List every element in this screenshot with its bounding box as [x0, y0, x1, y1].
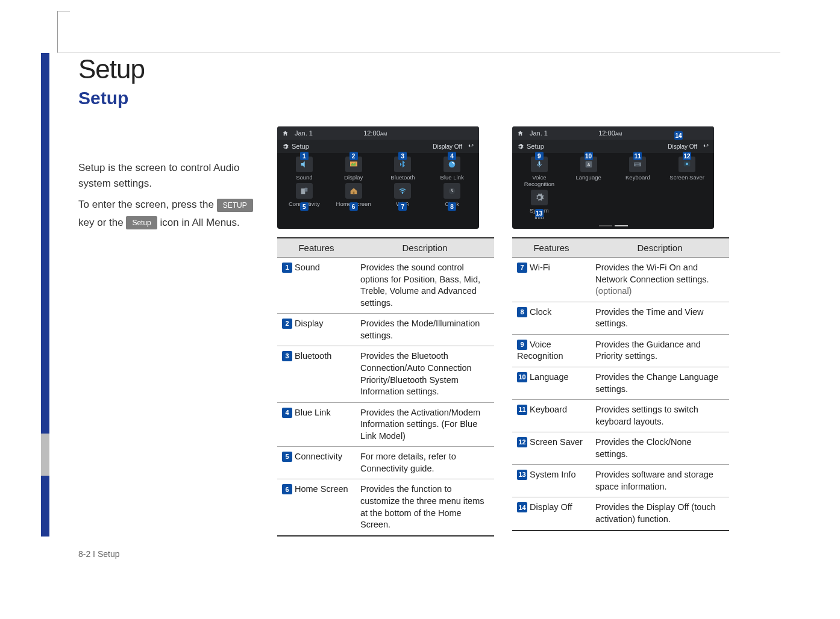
speaker-icon: 1: [296, 157, 313, 172]
feature-cell: 13System Info: [512, 465, 591, 497]
feature-name: Keyboard: [530, 405, 567, 414]
sysinfo-icon: 13: [531, 190, 548, 205]
titlebar-label: Setup: [527, 143, 544, 150]
tile-label: Language: [575, 174, 601, 181]
tile-label: Screen Saver: [669, 174, 704, 181]
status-time: 12:00AM: [319, 129, 432, 137]
tile-label: Display: [344, 174, 363, 181]
setup-tile-screensaver: 12Screen Saver: [662, 157, 712, 187]
col-intro: Setup is the screen to control Audio sys…: [78, 126, 259, 537]
homescreen-icon: 6: [345, 183, 362, 199]
tile-label: Keyboard: [625, 174, 650, 181]
side-gray-tab: [41, 434, 49, 476]
gear-icon: [282, 143, 289, 150]
callout-9: 9: [535, 152, 544, 160]
table-row: 7Wi-FiProvides the Wi-Fi On and Network …: [512, 258, 729, 302]
setup-tile-keyboard: 11Keyboard: [613, 157, 663, 187]
callout-10: 10: [517, 372, 527, 382]
screensaver-icon: 12: [679, 157, 695, 172]
callout-9: 9: [517, 340, 527, 350]
status-time: 12:00AM: [554, 129, 667, 137]
setup-tile-wifi: 7Wi-Fi: [378, 183, 428, 207]
feature-cell: 5Connectivity: [277, 447, 356, 479]
scroll-indicator: [599, 225, 628, 226]
description-cell: Provides the Guidance and Priority setti…: [591, 334, 729, 367]
callout-6: 6: [282, 484, 292, 494]
callout-13: 13: [517, 470, 527, 480]
description-cell: Provides the sound control options for P…: [356, 258, 494, 314]
setup-grid-1: 1Sound2Display3Bluetooth4Blue Link5Conne…: [277, 153, 479, 208]
svg-rect-1: [301, 188, 306, 194]
setup-softkey: Setup: [126, 216, 157, 229]
table-row: 2DisplayProvides the Mode/Illumination s…: [277, 314, 494, 346]
callout-8: 8: [448, 202, 456, 211]
display-off-label: Display Off: [668, 143, 697, 150]
description-cell: Provides the Time and View settings.: [591, 302, 729, 334]
callout-5: 5: [300, 202, 309, 211]
svg-rect-2: [305, 188, 308, 192]
feature-cell: 7Wi-Fi: [512, 258, 591, 302]
back-icon: [467, 142, 474, 151]
callout-8: 8: [517, 307, 527, 317]
description-cell: Provides software and storage space info…: [591, 465, 729, 497]
setup-hardkey: SETUP: [217, 199, 253, 212]
voice-icon: 9: [531, 157, 548, 172]
svg-rect-11: [636, 163, 637, 164]
callout-7: 7: [517, 263, 527, 273]
table-row: 6Home ScreenProvides the function to cus…: [277, 479, 494, 536]
table-row: 1SoundProvides the sound control options…: [277, 258, 494, 314]
callout-4: 4: [282, 408, 292, 418]
feature-cell: 9Voice Recognition: [512, 334, 591, 367]
svg-text:A: A: [587, 163, 590, 167]
feature-name: Clock: [530, 307, 551, 317]
th-description: Description: [591, 238, 729, 258]
callout-10: 10: [585, 152, 593, 160]
svg-rect-10: [635, 163, 636, 164]
callout-3: 3: [282, 351, 292, 361]
titlebar-label: Setup: [292, 143, 309, 150]
description-cell: Provides the Activation/Modem Informatio…: [356, 402, 494, 447]
feature-cell: 8Clock: [512, 302, 591, 334]
feature-cell: 12Screen Saver: [512, 432, 591, 465]
table-row: 14Display OffProvides the Display Off (t…: [512, 497, 729, 530]
gear-icon: [517, 143, 524, 150]
feature-cell: 6Home Screen: [277, 479, 356, 536]
callout-14: 14: [517, 502, 527, 512]
tile-label: Voice Recognition: [524, 174, 554, 187]
feature-cell: 11Keyboard: [512, 400, 591, 432]
callout-12: 12: [683, 152, 691, 160]
setup-tile-language: A10Language: [564, 157, 613, 187]
table-row: 5ConnectivityFor more details, refer to …: [277, 447, 494, 479]
title-bar-2: Setup 14 Display Off: [512, 140, 714, 153]
feature-cell: 3Bluetooth: [277, 346, 356, 402]
page: Setup Setup Setup is the screen to contr…: [0, 0, 840, 619]
callout-14: 14: [674, 131, 683, 140]
setup-tile-clock: 8Clock: [427, 183, 477, 207]
description-cell: Provides the Clock/None settings.: [591, 432, 729, 465]
callout-11: 11: [633, 152, 642, 160]
intro-paragraph-3: key or the Setup icon in All Menus.: [78, 215, 259, 231]
intro-paragraph-1: Setup is the screen to control Audio sys…: [78, 160, 259, 191]
status-date: Jan. 1: [530, 129, 548, 137]
feature-cell: 10Language: [512, 367, 591, 399]
setup-tile-connectivity: 5Connectivity: [280, 183, 329, 207]
callout-3: 3: [398, 152, 407, 160]
setup-tile-homescreen: 6Home Screen: [329, 183, 378, 207]
description-cell: Provides the Change Language settings.: [591, 367, 729, 399]
svg-point-16: [686, 163, 688, 165]
setup-tile-voice: 9Voice Recognition: [515, 157, 564, 187]
setup-tile-sysinfo: 13System Info: [515, 190, 564, 220]
description-cell: Provides the Wi-Fi On and Network Connec…: [591, 258, 729, 302]
columns: Setup is the screen to control Audio sys…: [78, 126, 783, 537]
wifi-icon: 7: [394, 183, 411, 199]
clock-icon: 8: [444, 183, 460, 199]
setup-tile-bluelink: 4Blue Link: [427, 157, 477, 181]
table-row: 8ClockProvides the Time and View setting…: [512, 302, 729, 334]
table-row: 3BluetoothProvides the Bluetooth Connect…: [277, 346, 494, 402]
bluelink-icon: 4: [444, 157, 460, 172]
callout-4: 4: [448, 152, 456, 160]
svg-rect-9: [634, 163, 641, 167]
callout-2: 2: [282, 319, 292, 329]
callout-7: 7: [398, 202, 407, 211]
page-footer: 8-2 I Setup: [78, 549, 120, 559]
